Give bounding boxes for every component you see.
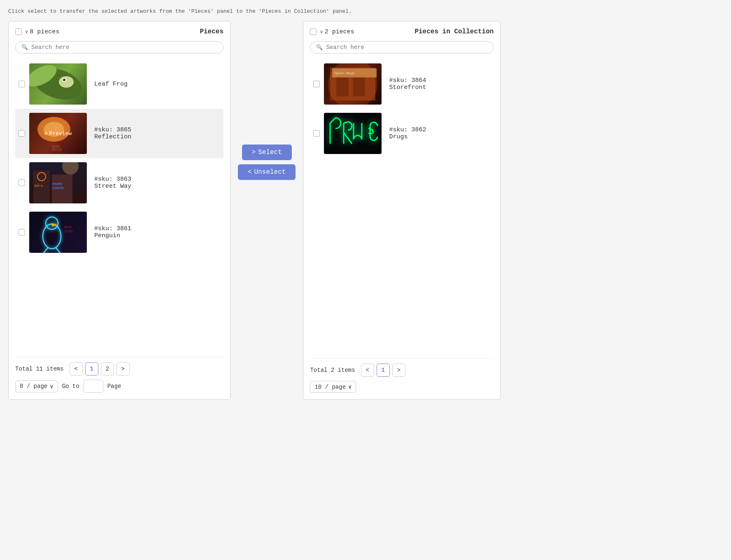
right-search-input[interactable] bbox=[326, 44, 487, 51]
left-panel-piece-count: 8 pieces bbox=[30, 28, 59, 35]
right-item-drugs-canvas bbox=[324, 113, 382, 154]
left-item-reflection[interactable]: ⊙ Preview #sku: 3865 Reflection bbox=[15, 109, 223, 158]
left-per-page-chevron-icon: ∨ bbox=[50, 383, 53, 390]
left-item-leaf-frog-checkbox[interactable] bbox=[19, 81, 25, 87]
right-panel-select-all-checkbox[interactable] bbox=[310, 28, 317, 35]
left-panel-select-all-checkbox[interactable] bbox=[15, 28, 22, 35]
left-item-street-way-canvas bbox=[29, 162, 87, 203]
right-item-drugs-info: #sku: 3862 Drugs bbox=[389, 126, 426, 140]
left-pagination-row: Total 11 items < 1 2 > bbox=[15, 362, 130, 376]
left-per-page-select[interactable]: 8 / page ∨ bbox=[15, 380, 58, 392]
left-page-2-btn[interactable]: 2 bbox=[101, 362, 114, 376]
left-item-leaf-frog-name: Leaf Frog bbox=[94, 81, 128, 88]
left-item-street-way-info: #sku: 3863 Street Way bbox=[94, 176, 131, 190]
right-item-drugs-checkbox[interactable] bbox=[313, 130, 320, 137]
select-button[interactable]: > Select bbox=[242, 145, 292, 160]
right-item-storefront-image-wrapper bbox=[324, 63, 382, 105]
left-items-list: Leaf Frog ⊙ Preview #sku: 3865 Reflectio… bbox=[15, 59, 223, 350]
left-panel-title: Pieces bbox=[200, 28, 223, 35]
right-item-storefront[interactable]: #sku: 3864 Storefront bbox=[310, 59, 494, 109]
preview-overlay[interactable]: ⊙ Preview bbox=[29, 113, 87, 154]
instruction-text: Click select to transfer the selected ar… bbox=[8, 8, 723, 14]
left-item-reflection-image-wrapper: ⊙ Preview bbox=[29, 113, 87, 154]
left-item-penguin-name: Penguin bbox=[94, 232, 131, 239]
right-panel-header: ∨ 2 pieces Pieces in Collection bbox=[310, 28, 494, 35]
left-search-icon: 🔍 bbox=[21, 44, 28, 51]
select-chevron-right-icon: > bbox=[252, 149, 256, 156]
left-per-page-value: 8 / page bbox=[20, 383, 47, 390]
right-panel-chevron-icon: ∨ bbox=[320, 29, 323, 35]
left-item-penguin-sku: #sku: 3861 bbox=[94, 225, 131, 232]
left-item-leaf-frog[interactable]: Leaf Frog bbox=[15, 59, 223, 109]
right-page-settings-row: 10 / page ∨ bbox=[310, 381, 356, 393]
left-item-penguin[interactable]: #sku: 3861 Penguin bbox=[15, 208, 223, 257]
right-next-btn[interactable]: > bbox=[392, 364, 405, 377]
middle-controls: > Select < Unselect bbox=[230, 145, 303, 180]
right-panel-piece-count: 2 pieces bbox=[325, 28, 354, 35]
right-panel: ∨ 2 pieces Pieces in Collection 🔍 #sku: … bbox=[303, 21, 501, 400]
left-item-leaf-frog-image-wrapper bbox=[29, 63, 87, 105]
preview-icon: ⊙ bbox=[44, 130, 48, 137]
left-goto-label: Go to bbox=[62, 383, 79, 390]
left-panel-header: ∨ 8 pieces Pieces bbox=[15, 28, 223, 35]
left-item-reflection-name: Reflection bbox=[94, 133, 131, 140]
right-item-storefront-name: Storefront bbox=[389, 84, 426, 91]
left-item-reflection-sku: #sku: 3865 bbox=[94, 126, 131, 133]
left-panel-chevron-icon: ∨ bbox=[25, 29, 28, 35]
left-item-penguin-canvas bbox=[29, 212, 87, 253]
left-item-street-way[interactable]: #sku: 3863 Street Way bbox=[15, 158, 223, 208]
right-panel-title: Pieces in Collection bbox=[414, 28, 494, 35]
right-item-storefront-info: #sku: 3864 Storefront bbox=[389, 77, 426, 91]
right-search-icon: 🔍 bbox=[316, 44, 323, 51]
left-search-box[interactable]: 🔍 bbox=[15, 41, 223, 54]
left-item-reflection-checkbox[interactable] bbox=[19, 130, 25, 137]
left-item-penguin-image-wrapper bbox=[29, 212, 87, 253]
left-item-reflection-info: #sku: 3865 Reflection bbox=[94, 126, 131, 140]
right-page-1-btn[interactable]: 1 bbox=[377, 364, 390, 377]
right-total-label: Total 2 items bbox=[310, 367, 355, 373]
left-next-btn[interactable]: > bbox=[116, 362, 130, 376]
preview-label: Preview bbox=[49, 131, 72, 137]
right-item-storefront-checkbox[interactable] bbox=[313, 81, 320, 87]
left-page-settings-row: 8 / page ∨ Go to Page bbox=[15, 380, 121, 393]
right-search-box[interactable]: 🔍 bbox=[310, 41, 494, 54]
main-layout: ∨ 8 pieces Pieces 🔍 Leaf Frog bbox=[8, 21, 723, 400]
left-search-input[interactable] bbox=[31, 44, 217, 51]
left-item-penguin-checkbox[interactable] bbox=[19, 229, 25, 236]
right-item-drugs-name: Drugs bbox=[389, 133, 426, 140]
left-page-1-btn[interactable]: 1 bbox=[85, 362, 98, 376]
left-panel-header-left: ∨ 8 pieces bbox=[15, 28, 59, 35]
unselect-button[interactable]: < Unselect bbox=[238, 164, 296, 180]
right-item-drugs[interactable]: #sku: 3862 Drugs bbox=[310, 109, 494, 158]
left-total-label: Total 11 items bbox=[15, 366, 64, 372]
right-panel-header-left: ∨ 2 pieces bbox=[310, 28, 354, 35]
left-panel: ∨ 8 pieces Pieces 🔍 Leaf Frog bbox=[8, 21, 230, 400]
left-item-street-way-sku: #sku: 3863 bbox=[94, 176, 131, 183]
left-goto-input[interactable] bbox=[84, 380, 103, 393]
right-item-storefront-canvas bbox=[324, 63, 382, 105]
left-prev-btn[interactable]: < bbox=[70, 362, 83, 376]
right-item-storefront-sku: #sku: 3864 bbox=[389, 77, 426, 84]
left-item-leaf-frog-info: Leaf Frog bbox=[94, 81, 128, 88]
right-prev-btn[interactable]: < bbox=[361, 364, 374, 377]
left-item-street-way-checkbox[interactable] bbox=[19, 180, 25, 186]
left-item-street-way-image-wrapper bbox=[29, 162, 87, 203]
right-pagination-row: Total 2 items < 1 > bbox=[310, 364, 405, 377]
right-per-page-select[interactable]: 10 / page ∨ bbox=[310, 381, 356, 393]
left-item-street-way-name: Street Way bbox=[94, 183, 131, 190]
left-page-label: Page bbox=[107, 383, 121, 390]
unselect-chevron-left-icon: < bbox=[248, 168, 252, 176]
left-panel-footer: Total 11 items < 1 2 > 8 / page ∨ Go to … bbox=[15, 357, 223, 393]
right-item-drugs-sku: #sku: 3862 bbox=[389, 126, 426, 133]
left-item-leaf-frog-canvas bbox=[29, 63, 87, 105]
right-per-page-chevron-icon: ∨ bbox=[348, 383, 352, 390]
right-item-drugs-image-wrapper bbox=[324, 113, 382, 154]
right-panel-footer: Total 2 items < 1 > 10 / page ∨ bbox=[310, 358, 494, 393]
right-items-list: #sku: 3864 Storefront #sku: 3862 Drugs bbox=[310, 59, 494, 352]
unselect-button-label: Unselect bbox=[254, 168, 286, 176]
right-per-page-value: 10 / page bbox=[314, 384, 346, 390]
select-button-label: Select bbox=[258, 149, 282, 156]
left-item-penguin-info: #sku: 3861 Penguin bbox=[94, 225, 131, 239]
